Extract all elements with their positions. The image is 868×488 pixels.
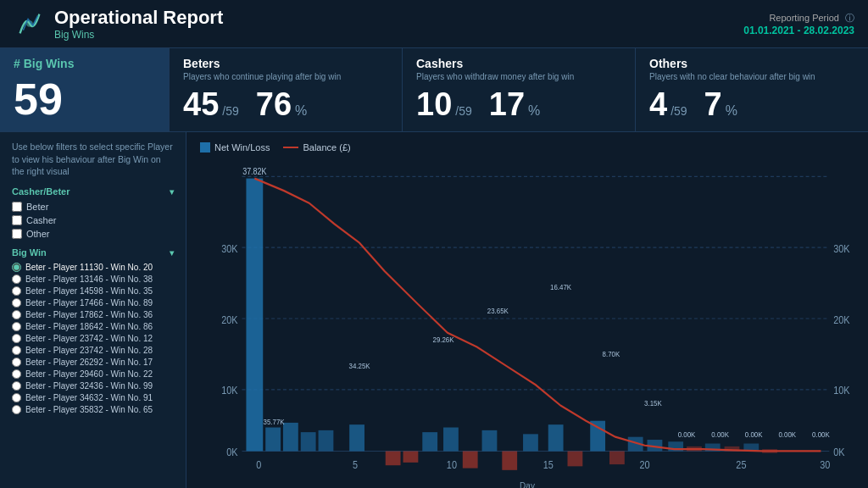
radio-label: Beter - Player 35832 - Win No. 65 xyxy=(25,405,153,414)
checkbox-other: Other xyxy=(12,229,174,239)
svg-text:20: 20 xyxy=(640,458,650,470)
radio-input[interactable] xyxy=(12,298,21,308)
report-title: Operational Report xyxy=(54,7,223,29)
radio-input[interactable] xyxy=(12,346,21,355)
header-left: Operational Report Big Wins xyxy=(14,7,223,41)
svg-rect-37 xyxy=(568,451,583,466)
beters-sub: Players who continue playing after big w… xyxy=(183,72,388,81)
radio-item: Beter - Player 29460 - Win No. 22 xyxy=(12,369,174,379)
logo-icon xyxy=(14,8,46,40)
bar-icon xyxy=(200,142,210,152)
kpi-row: # Big Wins 59 Beters Players who continu… xyxy=(0,48,868,132)
radio-label: Beter - Player 18642 - Win No. 86 xyxy=(25,322,153,331)
cashers-percent: 17 xyxy=(489,86,525,123)
radio-item: Beter - Player 34632 - Win No. 91 xyxy=(12,393,174,402)
info-icon[interactable]: ⓘ xyxy=(845,13,854,23)
checkbox-beter-label: Beter xyxy=(26,202,48,212)
filter-big-win-header[interactable]: Big Win ▾ xyxy=(12,247,174,258)
chart-area: Net Win/Loss Balance (£) 0K 10K 20K 30K xyxy=(186,132,868,488)
checkbox-beter: Beter xyxy=(12,202,174,212)
radio-item: Beter - Player 23742 - Win No. 28 xyxy=(12,346,174,355)
svg-rect-32 xyxy=(463,451,478,468)
radio-input[interactable] xyxy=(12,405,21,414)
radio-item: Beter - Player 18642 - Win No. 86 xyxy=(12,322,174,331)
radio-item: Beter - Player 17466 - Win No. 89 xyxy=(12,298,174,308)
filter-casher-beter-header[interactable]: Casher/Beter ▾ xyxy=(12,186,174,197)
big-wins-value: 59 xyxy=(14,77,155,121)
svg-rect-26 xyxy=(319,430,334,452)
svg-rect-36 xyxy=(548,424,564,451)
svg-text:0K: 0K xyxy=(226,446,238,458)
svg-text:0.00K: 0.00K xyxy=(778,430,796,439)
checkbox-casher-input[interactable] xyxy=(12,215,22,225)
chevron-down-icon-2: ▾ xyxy=(170,248,174,258)
radio-input[interactable] xyxy=(12,286,21,296)
svg-text:20K: 20K xyxy=(833,313,850,325)
radio-input[interactable] xyxy=(12,263,21,272)
radio-input[interactable] xyxy=(12,334,21,343)
x-axis-label: Day xyxy=(200,481,854,488)
filter-casher-beter-label: Casher/Beter xyxy=(12,186,70,197)
legend-line-label: Balance (£) xyxy=(303,142,350,152)
svg-text:3.15K: 3.15K xyxy=(644,398,662,408)
cashers-pct-sym: % xyxy=(528,103,540,119)
svg-text:10K: 10K xyxy=(833,385,850,396)
svg-rect-34 xyxy=(502,451,517,469)
svg-text:30: 30 xyxy=(820,458,830,470)
legend-bar: Net Win/Loss xyxy=(200,142,270,152)
svg-text:16.47K: 16.47K xyxy=(550,283,571,292)
others-sub: Players with no clear behaviour after bi… xyxy=(649,72,854,81)
svg-text:8.70K: 8.70K xyxy=(603,349,620,358)
kpi-others: Others Players with no clear behaviour a… xyxy=(636,48,868,131)
radio-item: Beter - Player 32436 - Win No. 99 xyxy=(12,381,174,391)
beters-count: 45 xyxy=(183,86,219,123)
kpi-cashers: Cashers Players who withdraw money after… xyxy=(403,48,636,131)
svg-text:0.00K: 0.00K xyxy=(745,430,763,439)
others-total: /59 xyxy=(670,104,687,118)
radio-input[interactable] xyxy=(12,358,21,367)
beters-pct-sym: % xyxy=(295,103,307,119)
radio-input[interactable] xyxy=(12,310,21,319)
beters-percent: 76 xyxy=(256,86,292,123)
beters-total: /59 xyxy=(222,104,238,118)
radio-item: Beter - Player 23742 - Win No. 12 xyxy=(12,334,174,343)
radio-label: Beter - Player 32436 - Win No. 99 xyxy=(25,381,153,391)
svg-text:5: 5 xyxy=(353,458,358,470)
svg-text:23.65K: 23.65K xyxy=(487,307,509,316)
radio-input[interactable] xyxy=(12,274,21,284)
radio-input[interactable] xyxy=(12,381,21,391)
others-count: 4 xyxy=(649,86,667,123)
others-percent: 7 xyxy=(704,86,722,123)
checkbox-other-input[interactable] xyxy=(12,229,22,239)
sidebar: Use below filters to select specific Pla… xyxy=(0,132,186,488)
legend-bar-label: Net Win/Loss xyxy=(214,142,270,152)
svg-text:0: 0 xyxy=(256,458,261,470)
beters-label: Beters xyxy=(183,57,388,70)
chart-container: 0K 10K 20K 30K 0K 10K 20K 30K 0 5 10 15 … xyxy=(200,158,854,480)
kpi-beters: Beters Players who continue playing afte… xyxy=(170,48,403,131)
filter-big-win-label: Big Win xyxy=(12,247,47,258)
report-subtitle: Big Wins xyxy=(54,29,223,41)
cashers-sub: Players who withdraw money after big win xyxy=(416,72,621,81)
svg-rect-30 xyxy=(422,432,437,451)
chart-svg: 0K 10K 20K 30K 0K 10K 20K 30K 0 5 10 15 … xyxy=(200,158,854,480)
radio-item: Beter - Player 35832 - Win No. 65 xyxy=(12,405,174,414)
kpi-big-wins: # Big Wins 59 xyxy=(0,48,170,131)
radio-input[interactable] xyxy=(12,322,21,331)
svg-text:10: 10 xyxy=(447,458,457,470)
beters-values: 45 /59 76 % xyxy=(183,86,388,123)
svg-rect-23 xyxy=(265,428,281,452)
checkbox-beter-input[interactable] xyxy=(12,202,22,212)
period-value: 01.01.2021 - 28.02.2023 xyxy=(743,25,854,36)
radio-list: Beter - Player 11130 - Win No. 20Beter -… xyxy=(12,263,174,414)
svg-text:0.00K: 0.00K xyxy=(678,430,696,439)
checkbox-casher-label: Casher xyxy=(26,215,56,225)
sidebar-instruction: Use below filters to select specific Pla… xyxy=(12,141,174,178)
radio-input[interactable] xyxy=(12,393,21,402)
svg-rect-28 xyxy=(386,451,401,465)
radio-label: Beter - Player 34632 - Win No. 91 xyxy=(25,393,153,402)
cashers-total: /59 xyxy=(455,104,471,118)
line-icon xyxy=(283,147,298,148)
radio-item: Beter - Player 26292 - Win No. 17 xyxy=(12,358,174,367)
radio-input[interactable] xyxy=(12,369,21,379)
